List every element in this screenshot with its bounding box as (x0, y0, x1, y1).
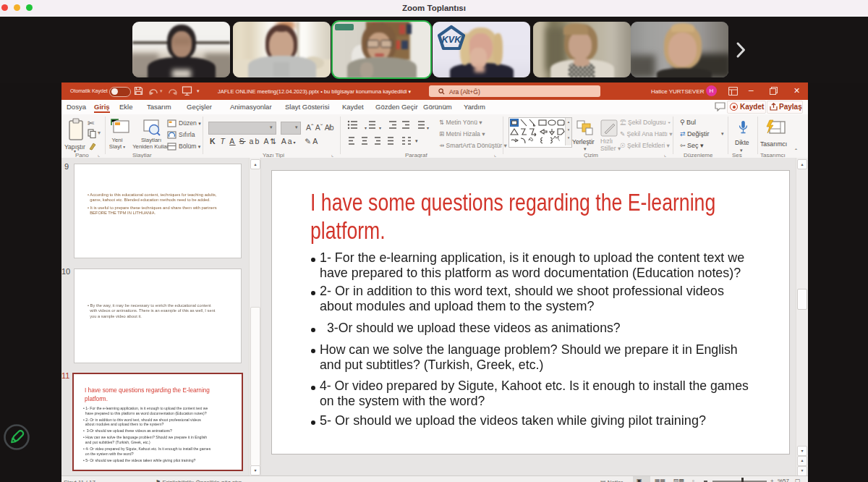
svg-text:▾: ▾ (365, 126, 367, 130)
svg-text:KVK: KVK (442, 35, 461, 45)
svg-text:▾: ▾ (415, 138, 418, 143)
svg-text:▾: ▾ (379, 126, 381, 130)
svg-text:▾: ▾ (427, 126, 429, 130)
